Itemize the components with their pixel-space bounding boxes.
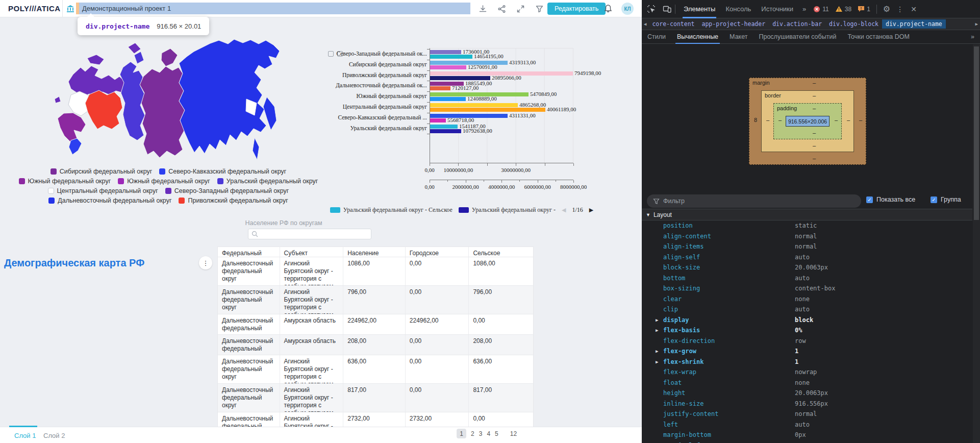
chart-bar[interactable] — [430, 50, 461, 54]
breadcrumb-item[interactable]: div.logo-block — [825, 19, 882, 29]
chart-bar[interactable] — [430, 65, 466, 69]
expand-triangle-icon[interactable]: ▶ — [656, 359, 658, 364]
table-row[interactable]: Дальневосточный федеральный округАгински… — [218, 286, 533, 314]
devtools-kebab-icon[interactable]: ⋮ — [893, 5, 907, 13]
breadcrumb-item[interactable]: div.project-name — [882, 19, 946, 29]
computed-property-row[interactable]: align-contentnormal — [642, 231, 972, 242]
computed-property-row[interactable]: flex-directionrow — [642, 336, 972, 347]
table-row[interactable]: Дальневосточный федеральный округАгински… — [218, 355, 533, 384]
chart-bar[interactable] — [430, 86, 450, 90]
chart-bar[interactable] — [430, 118, 446, 122]
breadcrumb-item[interactable]: div.action-bar — [769, 19, 825, 29]
computed-property-row[interactable]: clipauto — [642, 304, 972, 315]
map-legend-item[interactable]: Дальневосточный федеральный округ — [48, 197, 171, 204]
table-row[interactable]: Дальневосточный федеральный округАгински… — [218, 257, 533, 286]
pagination-page[interactable]: 2 — [471, 430, 474, 437]
map-legend-item[interactable]: Южный федеральный округ — [118, 178, 210, 185]
device-toolbar-icon[interactable] — [663, 5, 672, 13]
fullscreen-icon[interactable] — [516, 5, 525, 13]
legend-page-prev-icon[interactable]: ◀ — [562, 207, 566, 213]
computed-property-row[interactable]: margin-bottom0px — [642, 430, 972, 440]
group-checkbox[interactable]: ✓ Группа — [931, 196, 961, 203]
settings-gear-icon[interactable]: ⚙ — [880, 4, 893, 14]
table-header-cell[interactable]: Федеральный округ — [218, 247, 280, 257]
chart-bar[interactable] — [430, 129, 461, 133]
table-row[interactable]: Дальневосточный федеральный округАгински… — [218, 384, 533, 412]
chart-bar[interactable] — [430, 108, 545, 112]
pagination-page[interactable]: 5 — [495, 430, 498, 437]
computed-property-row[interactable]: box-sizingcontent-box — [642, 283, 972, 294]
pagination-page[interactable]: 1 — [457, 429, 466, 438]
map-legend-item[interactable]: Уральский федеральный округ — [217, 178, 318, 185]
computed-property-row[interactable]: height20.0063px — [642, 388, 972, 399]
issues-badge[interactable]: 1 — [858, 6, 870, 13]
computed-property-row[interactable]: ▶margin-left8px — [642, 440, 972, 443]
panel-tab[interactable]: Прослушиватели событий — [753, 30, 842, 44]
pagination-page[interactable]: 3 — [479, 430, 483, 437]
breadcrumb-item[interactable]: app-project-header — [698, 19, 769, 29]
computed-filter-input[interactable]: Фильтр — [647, 194, 861, 208]
map-legend-item[interactable]: Сибирский федеральный округ — [51, 168, 153, 175]
breadcrumb-scroll-right-icon[interactable]: ▶ — [973, 21, 980, 27]
computed-property-row[interactable]: floatnone — [642, 378, 972, 388]
computed-property-row[interactable]: ▶flex-shrink1 — [642, 357, 972, 367]
devtools-tab-консоль[interactable]: Консоль — [720, 0, 756, 18]
computed-property-row[interactable]: ▶flex-grow1 — [642, 346, 972, 357]
table-header-cell[interactable]: Население — [343, 247, 406, 257]
computed-property-row[interactable]: clearnone — [642, 294, 972, 305]
error-badge[interactable]: 11 — [813, 6, 828, 13]
computed-property-row[interactable]: flex-wrapnowrap — [642, 367, 972, 378]
pagination-page[interactable]: 12 — [510, 430, 517, 437]
map-legend-item[interactable]: Южный федеральный округ — [19, 178, 111, 185]
computed-property-row[interactable]: ▶displayblock — [642, 315, 972, 326]
panel-tab[interactable]: Стили — [642, 30, 671, 44]
search-input[interactable] — [248, 229, 371, 239]
devtools-tab-элементы[interactable]: Элементы — [679, 0, 720, 18]
filter-icon[interactable] — [535, 5, 544, 13]
layer-tab-1[interactable]: Слой 1 — [14, 432, 36, 439]
layer-tab-2[interactable]: Слой 2 — [43, 432, 65, 439]
box-model-diagram[interactable]: margin – – 8 – border – – – – padding – … — [749, 78, 866, 165]
edit-button[interactable]: Редактировать — [547, 3, 606, 15]
expand-triangle-icon[interactable]: ▶ — [656, 328, 658, 333]
devtools-tab-источники[interactable]: Источники — [756, 0, 798, 18]
panel-tab[interactable]: Макет — [724, 30, 753, 44]
map-legend-item[interactable]: Приволжский федеральный округ — [179, 197, 288, 204]
notifications-bell-icon[interactable] — [604, 4, 612, 13]
expand-triangle-icon[interactable]: ▶ — [656, 349, 658, 354]
chart-bar[interactable] — [430, 76, 490, 80]
computed-property-row[interactable]: inline-size916.556px — [642, 399, 972, 409]
layout-section-header[interactable]: ▼ Layout — [642, 209, 972, 220]
expand-triangle-icon[interactable]: ▶ — [656, 317, 658, 323]
map-legend-item[interactable]: Северо-Кавказский федеральный округ — [159, 168, 286, 175]
table-header-cell[interactable]: Сельское — [469, 247, 533, 257]
warning-badge[interactable]: 38 — [835, 6, 851, 13]
table-row[interactable]: Дальневосточный федеральный округАгински… — [218, 412, 533, 427]
data-table[interactable]: Федеральный округСубъектНаселениеГородск… — [217, 247, 534, 427]
panel-more-chevron[interactable]: » — [965, 30, 980, 44]
chart-bar[interactable] — [430, 125, 458, 129]
more-tabs-chevron[interactable]: » — [798, 5, 810, 13]
chart-legend-item[interactable]: Уральский федеральный округ - Сельское — [330, 206, 453, 214]
copy-icon[interactable] — [328, 51, 334, 57]
computed-property-row[interactable]: align-selfauto — [642, 252, 972, 263]
user-avatar[interactable]: КЛ — [621, 3, 634, 15]
computed-property-row[interactable]: ▶flex-basis0% — [642, 325, 972, 336]
population-bar-chart[interactable]: 0,0010000000,0030000000,00 0,002000000,0… — [334, 48, 612, 216]
download-icon[interactable] — [479, 5, 487, 13]
legend-page-next-icon[interactable]: ▶ — [589, 207, 593, 213]
devtools-scrollbar[interactable] — [973, 44, 980, 443]
map-legend-item[interactable]: Северо-Западный федеральный округ — [165, 187, 289, 194]
map-legend-item[interactable]: Центральный федеральный округ — [48, 187, 158, 194]
chart-bar[interactable] — [430, 55, 472, 59]
panel-tab[interactable]: Вычисленные — [671, 30, 724, 44]
panel-tab[interactable]: Точки останова DOM — [842, 30, 915, 44]
inspect-element-icon[interactable] — [647, 5, 656, 13]
computed-property-row[interactable]: align-itemsnormal — [642, 241, 972, 252]
computed-property-row[interactable]: block-size20.0063px — [642, 262, 972, 273]
kebab-menu-button[interactable]: ⋮ — [199, 256, 212, 269]
chart-legend-item[interactable]: Уральский федеральный округ - — [459, 206, 556, 214]
share-icon[interactable] — [497, 5, 506, 13]
table-row[interactable]: Дальневосточный федеральный округАмурска… — [218, 335, 533, 355]
project-name[interactable]: Демонстрационный проект 1 — [79, 3, 470, 14]
